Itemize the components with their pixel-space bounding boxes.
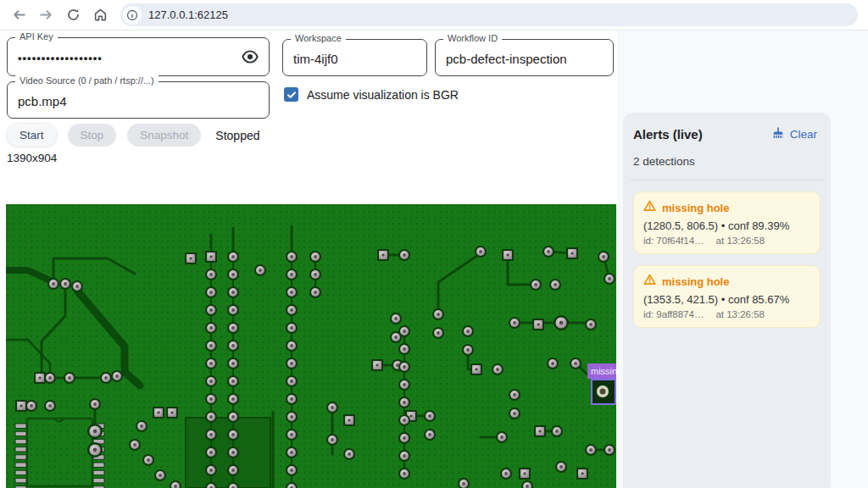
page-content: API Key Workspace Workflow ID Video Sour…: [0, 30, 868, 488]
bgr-checkbox-label: Assume visualization is BGR: [307, 88, 459, 102]
stop-button[interactable]: Stop: [68, 124, 117, 147]
video-source-label: Video Source (0 / path / rtsp://...): [15, 75, 159, 86]
api-key-label: API Key: [15, 31, 58, 42]
bgr-checkbox-row: Assume visualization is BGR: [284, 87, 459, 102]
workflow-id-field: Workflow ID: [435, 39, 614, 76]
back-icon[interactable]: [6, 3, 31, 28]
control-buttons: Start Stop Snapshot Stopped: [7, 124, 260, 147]
start-button[interactable]: Start: [7, 124, 57, 147]
resolution-text: 1390x904: [7, 152, 57, 164]
forward-icon[interactable]: [33, 3, 58, 28]
api-key-input[interactable]: [8, 38, 269, 75]
bgr-checkbox[interactable]: [284, 87, 298, 102]
alert-time: at 13:26:58: [716, 236, 765, 246]
warning-icon: [643, 274, 656, 289]
status-text: Stopped: [215, 129, 259, 142]
api-key-field: API Key: [7, 37, 270, 76]
pcb-image: [6, 204, 616, 488]
workspace-label: Workspace: [291, 33, 346, 43]
workflow-id-label: Workflow ID: [443, 33, 502, 43]
home-icon[interactable]: [87, 3, 113, 28]
video-frame: missing hole: [6, 204, 616, 488]
url-text: 127.0.0.1:62125: [148, 8, 228, 21]
alert-label: missing hole: [662, 275, 729, 288]
workspace-field: Workspace: [282, 39, 427, 76]
alert-card: missing hole (1280.5, 806.5) • conf 89.3…: [633, 191, 821, 254]
clear-label: Clear: [790, 128, 817, 141]
video-source-input[interactable]: [8, 82, 269, 118]
browser-toolbar: 127.0.0.1:62125: [0, 0, 868, 30]
site-info-icon[interactable]: [123, 6, 142, 25]
detection-label: missing hole: [587, 363, 616, 379]
browser-window: 127.0.0.1:62125 API Key Workspace Workfl…: [0, 0, 868, 488]
alerts-title: Alerts (live): [633, 127, 703, 141]
alert-detail: (1280.5, 806.5) • conf 89.39%: [643, 219, 810, 232]
alert-card: missing hole (1353.5, 421.5) • conf 85.6…: [633, 265, 821, 328]
snapshot-button[interactable]: Snapshot: [127, 124, 201, 147]
url-bar[interactable]: 127.0.0.1:62125: [120, 3, 858, 26]
clear-alerts-button[interactable]: Clear: [768, 125, 821, 144]
panel-divider: [631, 180, 823, 180]
detection-bounding-box: [591, 379, 616, 405]
alerts-panel: Alerts (live) Clear 2 detections missing…: [623, 113, 831, 488]
show-password-icon[interactable]: [239, 46, 261, 68]
warning-icon: [643, 200, 656, 215]
workflow-id-input[interactable]: [436, 40, 613, 75]
alert-time: at 13:26:58: [715, 309, 765, 319]
alert-id: id: 9aff8874…: [643, 309, 704, 319]
alert-id: id: 70f64f14…: [643, 236, 704, 246]
broom-icon: [771, 126, 785, 142]
workspace-input[interactable]: [283, 40, 426, 75]
alert-label: missing hole: [662, 202, 729, 214]
video-source-field: Video Source (0 / path / rtsp://...): [7, 81, 270, 119]
reload-icon[interactable]: [60, 3, 86, 28]
detections-count: 2 detections: [633, 155, 821, 168]
alert-detail: (1353.5, 421.5) • conf 85.67%: [643, 293, 810, 306]
